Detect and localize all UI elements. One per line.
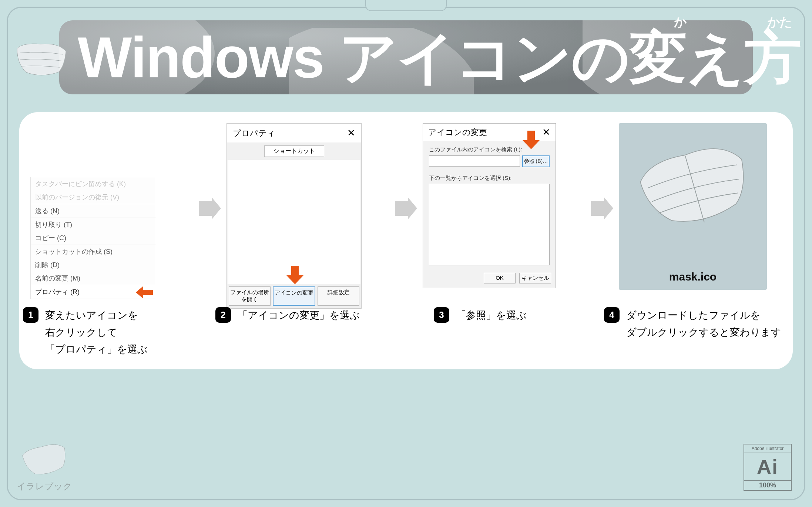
- step-num-3: 3: [434, 307, 449, 323]
- hero-banner: Windows アイコンの変え方 か かた: [59, 20, 753, 94]
- ctx-pin[interactable]: タスクバーにピン留めする (K): [31, 177, 156, 191]
- caption-2: 2 「アイコンの変更」を選ぶ: [215, 307, 371, 358]
- ctx-cut[interactable]: 切り取り (T): [31, 218, 156, 231]
- list-label: 下の一覧からアイコンを選択 (S):: [429, 175, 550, 182]
- footer-brand: イラレブック: [15, 440, 74, 492]
- top-notch: [365, 0, 447, 11]
- caption-1: 1 変えたいアイコンを 右クリックして 「プロパティ」を選ぶ: [23, 307, 164, 358]
- arrow-down-icon: [523, 131, 540, 149]
- chevron-right-icon: [199, 197, 221, 219]
- ctx-delete[interactable]: 削除 (D): [31, 258, 156, 272]
- step-num-1: 1: [23, 307, 38, 323]
- result-preview: mask.ico: [619, 123, 767, 290]
- ctx-shortcut[interactable]: ショットカットの作成 (S): [31, 245, 156, 258]
- caption-4: 4 ダウンロードしたファイルを ダブルクリックすると変わります: [604, 307, 789, 358]
- ctx-rename[interactable]: 名前の変更 (M): [31, 272, 156, 285]
- captions: 1 変えたいアイコンを 右クリックして 「プロパティ」を選ぶ 2 「アイコンの変…: [23, 307, 789, 358]
- close-icon[interactable]: ✕: [542, 127, 550, 138]
- ai-badge-mid: Ai: [744, 453, 791, 480]
- btn-advanced[interactable]: 詳細設定: [318, 286, 359, 306]
- step-1: タスクバーにピン留めする (K) 以前のバージョンの復元 (V) 送る (N) …: [30, 123, 193, 299]
- chevron-right-icon: [591, 197, 613, 219]
- arrow-3: [589, 123, 615, 219]
- chevron-right-icon: [395, 197, 417, 219]
- browse-button[interactable]: 参照 (B)…: [522, 155, 550, 167]
- properties-body: [228, 160, 360, 284]
- ctx-copy[interactable]: コピー (C): [31, 231, 156, 245]
- properties-title: プロパティ: [233, 128, 275, 139]
- ok-button[interactable]: OK: [484, 273, 516, 283]
- ai-badge-bot: 100%: [744, 480, 791, 490]
- icon-path-input[interactable]: [429, 155, 520, 167]
- dialog-title: アイコンの変更: [428, 127, 487, 138]
- btn-open-location[interactable]: ファイルの場所を開く: [229, 286, 271, 306]
- ai-badge-top: Adobe illustrator: [744, 444, 791, 453]
- context-menu: タスクバーにピン留めする (K) 以前のバージョンの復元 (V) 送る (N) …: [30, 177, 156, 299]
- ai-badge: Adobe illustrator Ai 100%: [744, 444, 792, 491]
- cancel-button[interactable]: キャンセル: [519, 273, 551, 283]
- ruby-ka: か: [674, 16, 686, 28]
- arrow-left-icon: [136, 286, 153, 299]
- step-num-2: 2: [215, 307, 231, 323]
- arrow-2: [393, 123, 419, 219]
- caption-3: 3 「参照」を選ぶ: [434, 307, 567, 358]
- step-3: アイコンの変更 ✕ このファイル内のアイコンを検索 (L): 参照 (B)… 下…: [423, 123, 585, 288]
- ruby-kata: かた: [767, 16, 792, 28]
- arrow-down-icon: [286, 266, 303, 284]
- step-num-4: 4: [604, 307, 620, 323]
- icon-listbox[interactable]: [429, 184, 550, 265]
- ctx-restore[interactable]: 以前のバージョンの復元 (V): [31, 191, 156, 204]
- step-4: mask.ico: [619, 123, 782, 290]
- arrow-1: [197, 123, 223, 219]
- step-2: プロパティ ✕ ショートカット ファイルの場所を開く アイコンの変更 詳細設定: [227, 123, 389, 309]
- mask-small-icon: [15, 434, 74, 483]
- tab-shortcut[interactable]: ショートカット: [264, 145, 324, 157]
- steps-card: タスクバーにピン留めする (K) 以前のバージョンの復元 (V) 送る (N) …: [19, 112, 793, 369]
- mask-large-icon: [623, 123, 763, 245]
- ctx-properties[interactable]: プロパティ (R): [31, 285, 156, 299]
- btn-change-icon[interactable]: アイコンの変更: [273, 286, 315, 306]
- hero-title: Windows アイコンの変え方 か かた: [78, 29, 801, 86]
- close-icon[interactable]: ✕: [347, 127, 355, 139]
- ctx-send[interactable]: 送る (N): [31, 204, 156, 218]
- result-filename: mask.ico: [669, 271, 717, 283]
